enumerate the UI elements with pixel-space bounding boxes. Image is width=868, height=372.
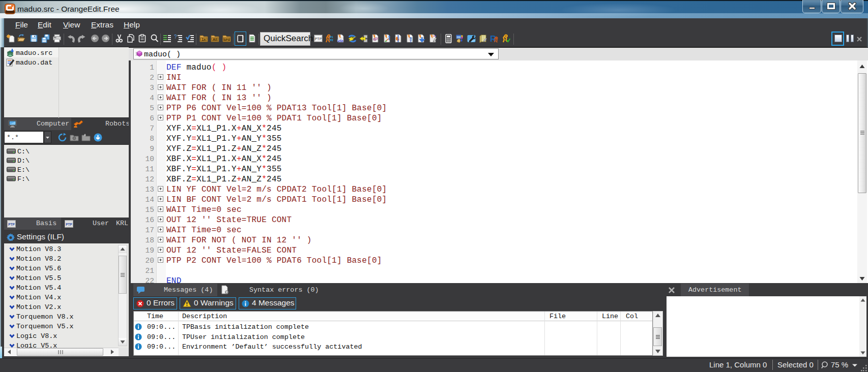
svg-text:PTP: PTP (66, 223, 72, 226)
svg-text:P2: P2 (330, 39, 333, 42)
svg-text:?: ? (174, 34, 177, 40)
svg-text:All: All (213, 38, 217, 41)
svg-text:T: T (410, 40, 412, 44)
svg-text:1x: 1x (202, 38, 206, 41)
svg-text:PTP: PTP (315, 37, 322, 41)
svg-text:PTP: PTP (8, 223, 15, 226)
svg-text:PDAT: PDAT (337, 40, 343, 42)
svg-text:SPS: SPS (223, 38, 229, 41)
